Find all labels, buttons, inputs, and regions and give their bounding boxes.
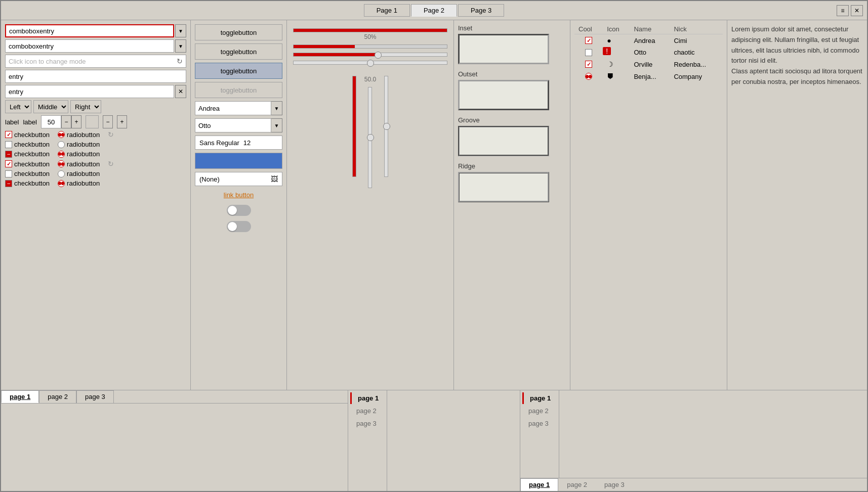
align-middle-select[interactable]: Middle [33, 100, 68, 113]
color-button[interactable] [195, 153, 282, 169]
radio4[interactable]: radiobutton [58, 160, 100, 168]
check4[interactable]: checkbutton [5, 160, 50, 168]
align-middle-combo: Middle [33, 100, 68, 113]
spinner-plus2[interactable]: + [117, 115, 127, 128]
radiobutton5[interactable] [58, 170, 65, 177]
radio6[interactable]: radiobutton [58, 180, 100, 187]
check5-label: checkbutton [14, 170, 50, 177]
dropdown2-row: Otto ▼ [195, 118, 282, 132]
row1-cool-check[interactable] [585, 37, 592, 44]
row2-cool-check[interactable] [585, 49, 592, 56]
radio2-label: radiobutton [67, 141, 100, 148]
hslider3[interactable] [293, 53, 447, 57]
combobox1-arrow[interactable]: ▼ [175, 24, 186, 37]
check1[interactable]: checkbutton [5, 131, 50, 139]
cr-row-3: checkbutton radiobutton [5, 150, 186, 158]
text-panel: Lorem ipsum dolor sit amet, consectetur … [727, 20, 867, 390]
dropdown1-arrow[interactable]: ▼ [271, 101, 282, 115]
entry1-row [5, 70, 186, 83]
close-button[interactable]: ✕ [851, 5, 863, 16]
refresh-icon[interactable]: ↻ [177, 57, 183, 65]
entry2-clear[interactable]: ✕ [175, 85, 186, 98]
checkbox3[interactable] [5, 151, 12, 158]
checkbox2[interactable] [5, 141, 12, 148]
bottom-tab3-page3[interactable]: page 3 [596, 478, 633, 491]
dropdown2-value[interactable]: Otto [195, 118, 271, 132]
left-tab2-page3[interactable]: page 3 [350, 418, 385, 429]
radio5[interactable]: radiobutton [58, 170, 100, 177]
radiobutton1[interactable] [58, 131, 65, 138]
combobox1-input[interactable] [5, 24, 174, 37]
tab-page1[interactable]: Page 1 [364, 4, 410, 17]
bottom-tab1-page3[interactable]: page 3 [76, 390, 114, 403]
radio1[interactable]: radiobutton [58, 131, 100, 139]
switch1[interactable] [227, 205, 251, 216]
hslider2[interactable] [293, 44, 447, 49]
spinner-plus[interactable]: + [71, 115, 81, 128]
entry1-input[interactable] [5, 70, 186, 83]
entry-icon-field[interactable]: Click icon to change mode ↻ [5, 55, 186, 68]
checkbox6[interactable] [5, 180, 12, 187]
radio3[interactable]: radiobutton [58, 150, 100, 158]
inset-label: Inset [458, 24, 566, 32]
check2[interactable]: checkbutton [5, 141, 50, 148]
none-row[interactable]: (None) 🖼 [195, 172, 282, 186]
font-selector[interactable]: Sans Regular 12 [195, 136, 282, 150]
color-box-left[interactable] [86, 115, 99, 128]
left-tab2-page2[interactable]: page 2 [350, 405, 385, 417]
radiobutton4[interactable] [58, 160, 65, 167]
tab-page2[interactable]: Page 2 [411, 4, 457, 17]
checkbox4[interactable] [5, 160, 12, 167]
hslider4[interactable] [293, 61, 447, 65]
bottom-tab3-page1[interactable]: page 1 [520, 478, 558, 491]
align-right-select[interactable]: Right [70, 100, 101, 113]
switch2[interactable] [227, 221, 251, 232]
toggle-btn-1[interactable]: togglebutton [195, 24, 282, 40]
bottom-tab1-page2[interactable]: page 2 [39, 390, 76, 403]
radiobutton2[interactable] [58, 141, 65, 148]
align-left-select[interactable]: Left [5, 100, 31, 113]
tab-page3[interactable]: Page 3 [458, 4, 504, 17]
table-row[interactable]: ● Andrea Cimi [574, 34, 723, 47]
vslider1[interactable] [352, 76, 356, 177]
vslider2-label: 50.0 [364, 76, 376, 83]
radio2[interactable]: radiobutton [58, 141, 100, 148]
checkbox5[interactable] [5, 170, 12, 177]
spinner-minus[interactable]: − [61, 115, 71, 128]
combobox2-row: ▼ [5, 39, 186, 53]
vslider2[interactable] [368, 87, 372, 188]
vslider1-fill [353, 76, 356, 176]
menu-button[interactable]: ≡ [837, 5, 849, 16]
checkbox1[interactable] [5, 131, 12, 138]
table-row[interactable]: ! Otto chaotic [574, 47, 723, 58]
table-row[interactable]: ☽ Orville Redenba... [574, 58, 723, 70]
radiobutton3[interactable] [58, 151, 65, 158]
left-tab2-page1[interactable]: page 1 [350, 392, 385, 404]
horizontal-sliders: 50% [291, 24, 449, 69]
bottom-tab3-page2[interactable]: page 2 [558, 478, 596, 491]
combobox2-input[interactable] [5, 39, 174, 53]
combobox2-arrow[interactable]: ▼ [175, 39, 186, 53]
entry2-input[interactable] [5, 85, 174, 98]
toggle-btn-3[interactable]: togglebutton [195, 63, 282, 79]
row2-icon: ! [603, 47, 611, 55]
left-panel: ▼ ▼ Click icon to change mode ↻ ✕ [1, 20, 191, 390]
hslider1[interactable] [293, 28, 447, 32]
toggle-btn-2[interactable]: togglebutton [195, 43, 282, 60]
check5[interactable]: checkbutton [5, 170, 50, 177]
left-tab3-page3[interactable]: page 3 [522, 418, 557, 429]
vslider3[interactable] [384, 76, 388, 177]
radiobutton6[interactable] [58, 180, 65, 187]
row3-cool-check[interactable] [585, 61, 592, 68]
table-row[interactable]: ⛊ Benja... Company [574, 70, 723, 82]
left-tab3-page2[interactable]: page 2 [522, 405, 557, 417]
dropdown1-value[interactable]: Andrea [195, 101, 271, 115]
left-tab3-page1[interactable]: page 1 [522, 392, 557, 404]
bottom-tab1-page1[interactable]: page 1 [1, 390, 39, 403]
check6[interactable]: checkbutton [5, 180, 50, 187]
link-button[interactable]: link button [224, 189, 254, 201]
check3[interactable]: checkbutton [5, 150, 50, 158]
dropdown2-arrow[interactable]: ▼ [271, 118, 282, 132]
row4-cool-radio[interactable] [585, 73, 592, 80]
spinner-minus2[interactable]: − [103, 115, 113, 128]
